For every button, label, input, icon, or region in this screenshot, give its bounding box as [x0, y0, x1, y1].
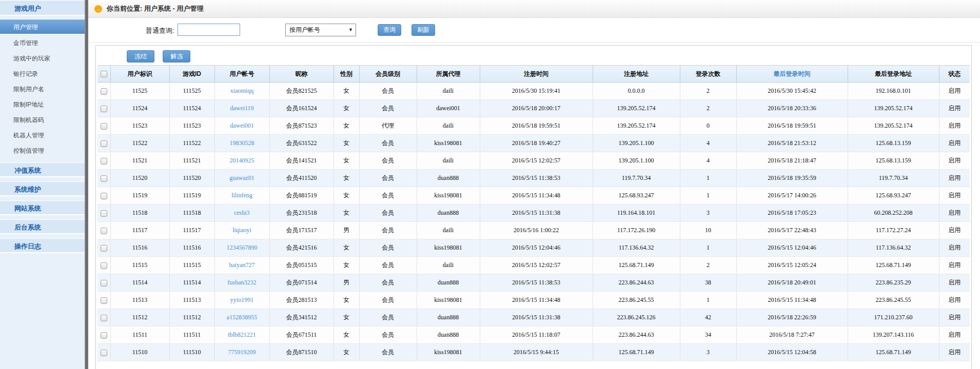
cell-登录次数: 4: [680, 135, 736, 152]
row-checkbox[interactable]: [101, 332, 107, 339]
cell-最后登录时间: 2016/5/18 7:27:47: [736, 326, 848, 344]
row-checkbox[interactable]: [101, 175, 107, 182]
freeze-button[interactable]: 冻结: [127, 50, 154, 63]
cell-注册地址: 119.7.70.34: [593, 170, 680, 187]
cell-注册地址: 117.172.26.190: [593, 222, 680, 239]
sidebar-section-系统维护[interactable]: 系统维护: [0, 181, 85, 196]
sidebar-section-游戏用户[interactable]: 游戏用户: [0, 0, 85, 16]
cell-用户帐号[interactable]: lilinfeng: [214, 187, 269, 204]
search-input[interactable]: [178, 24, 240, 36]
cell-登录次数: 2: [680, 100, 736, 117]
sidebar-section-后台系统[interactable]: 后台系统: [0, 219, 85, 234]
table-row: 115161115161234567890会员421516女会员kiss1980…: [97, 239, 970, 257]
cell-注册地址: 139.205.52.174: [593, 100, 680, 117]
cell-用户帐号[interactable]: a152838955: [214, 309, 269, 326]
row-checkbox[interactable]: [101, 106, 107, 112]
row-checkbox[interactable]: [101, 140, 107, 147]
column-header-昵称[interactable]: 昵称: [269, 66, 334, 83]
column-header-最后登录地址[interactable]: 最后登录地址: [848, 66, 939, 83]
cell-所属代理: daili: [417, 152, 480, 170]
table-row: 11515111515haiyan727会员051515女会员daili2016…: [97, 257, 970, 274]
table-body: 11525111525xiaomiqq会员821525女会员daili2016/…: [97, 83, 970, 361]
sidebar-item-控制值管理[interactable]: 控制值管理: [0, 143, 85, 158]
select-all-checkbox[interactable]: [101, 71, 107, 77]
row-checkbox[interactable]: [101, 210, 107, 217]
cell-性别: 女: [334, 100, 359, 117]
row-checkbox[interactable]: [101, 158, 107, 165]
sidebar-item-用户管理[interactable]: 用户管理: [0, 19, 85, 34]
cell-注册时间: 2016/5/15 12:04:46: [480, 239, 593, 257]
sidebar-section-操作日志[interactable]: 操作日志: [0, 238, 85, 253]
sidebar-section-冲值系统[interactable]: 冲值系统: [0, 162, 85, 177]
cell-游戏ID: 111515: [169, 257, 214, 274]
cell-用户帐号[interactable]: 1234567890: [214, 239, 269, 257]
sidebar-item-限制机器码[interactable]: 限制机器码: [0, 112, 85, 128]
cell-会员级别: 会员: [359, 222, 417, 239]
row-checkbox[interactable]: [101, 315, 107, 321]
column-header-用户标识[interactable]: 用户标识: [110, 66, 169, 83]
cell-登录次数: 4: [680, 152, 736, 170]
breadcrumb: 你当前位置: 用户系统 - 用户管理: [107, 4, 204, 13]
cell-用户帐号[interactable]: ceshi3: [214, 204, 269, 222]
cell-性别: 女: [334, 117, 359, 135]
sidebar-item-限制IP地址[interactable]: 限制IP地址: [0, 97, 85, 112]
row-checkbox[interactable]: [101, 262, 107, 269]
cell-登录次数: 0: [680, 117, 736, 135]
row-select-cell: [97, 309, 110, 326]
cell-状态: 启用: [939, 135, 970, 152]
cell-用户帐号[interactable]: dawei001: [214, 117, 269, 135]
unfreeze-button[interactable]: 解冻: [163, 50, 190, 63]
sidebar-item-机器人管理[interactable]: 机器人管理: [0, 128, 85, 143]
sidebar-item-限制用户名[interactable]: 限制用户名: [0, 81, 85, 97]
cell-注册时间: 2016/5/18 19:59:51: [480, 117, 593, 135]
cell-用户帐号[interactable]: fushan3232: [214, 274, 269, 292]
row-checkbox[interactable]: [101, 228, 107, 234]
row-checkbox[interactable]: [101, 88, 107, 95]
column-header-所属代理[interactable]: 所属代理: [417, 66, 480, 83]
cell-最后登录时间: 2016/5/18 20:49:01: [736, 274, 848, 292]
cell-登录次数: 2: [680, 83, 736, 100]
row-checkbox[interactable]: [101, 123, 107, 130]
row-checkbox[interactable]: [101, 297, 107, 304]
query-button[interactable]: 查询: [378, 24, 401, 36]
row-checkbox[interactable]: [101, 245, 107, 252]
sidebar-item-游戏中的玩家[interactable]: 游戏中的玩家: [0, 51, 85, 66]
search-type-select[interactable]: 按用户帐号 ▼: [285, 24, 356, 36]
cell-用户标识: 11523: [110, 117, 169, 135]
cell-注册地址: 125.68.71.149: [593, 257, 680, 274]
main-content: → 你当前位置: 用户系统 - 用户管理 普通查询: 按用户帐号 ▼ 查询 刷新…: [88, 0, 980, 369]
cell-用户帐号[interactable]: dawei119: [214, 100, 269, 117]
column-header-状态[interactable]: 状态: [939, 66, 970, 83]
cell-状态: 启用: [939, 292, 970, 309]
cell-状态: 启用: [939, 222, 970, 239]
sidebar-item-银行记录[interactable]: 银行记录: [0, 66, 85, 81]
cell-用户标识: 11522: [110, 135, 169, 152]
cell-注册时间: 2016/5/15 11:31:38: [480, 204, 593, 222]
column-header-性别[interactable]: 性别: [334, 66, 359, 83]
row-checkbox[interactable]: [101, 193, 107, 199]
cell-用户帐号[interactable]: liqiaoyi: [214, 222, 269, 239]
cell-注册地址: 139.205.1.100: [593, 135, 680, 152]
row-checkbox[interactable]: [101, 280, 107, 286]
sidebar-item-金币管理[interactable]: 金币管理: [0, 35, 85, 51]
column-header-游戏ID[interactable]: 游戏ID: [169, 66, 214, 83]
cell-用户帐号[interactable]: haiyan727: [214, 257, 269, 274]
column-header-会员级别[interactable]: 会员级别: [359, 66, 417, 83]
row-checkbox[interactable]: [101, 350, 107, 356]
sidebar-section-网站系统[interactable]: 网站系统: [0, 200, 85, 215]
cell-用户帐号[interactable]: guawaz01: [214, 170, 269, 187]
cell-用户帐号[interactable]: 19830528: [214, 135, 269, 152]
column-header-最后登录时间[interactable]: 最后登录时间: [736, 66, 848, 83]
refresh-button[interactable]: 刷新: [411, 24, 435, 36]
cell-用户帐号[interactable]: 20140925: [214, 152, 269, 170]
cell-用户帐号[interactable]: xiaomiqq: [214, 83, 269, 100]
column-header-登录次数[interactable]: 登录次数: [680, 66, 736, 83]
cell-状态: 启用: [939, 187, 970, 204]
cell-用户帐号[interactable]: tblb821221: [214, 326, 269, 344]
column-header-注册时间[interactable]: 注册时间: [480, 66, 593, 83]
column-header-用户帐号[interactable]: 用户帐号: [214, 66, 269, 83]
column-header-注册地址[interactable]: 注册地址: [593, 66, 680, 83]
sidebar-divider[interactable]: [85, 0, 88, 369]
cell-用户帐号[interactable]: 775919209: [214, 344, 269, 361]
cell-用户帐号[interactable]: yyio1991: [214, 292, 269, 309]
